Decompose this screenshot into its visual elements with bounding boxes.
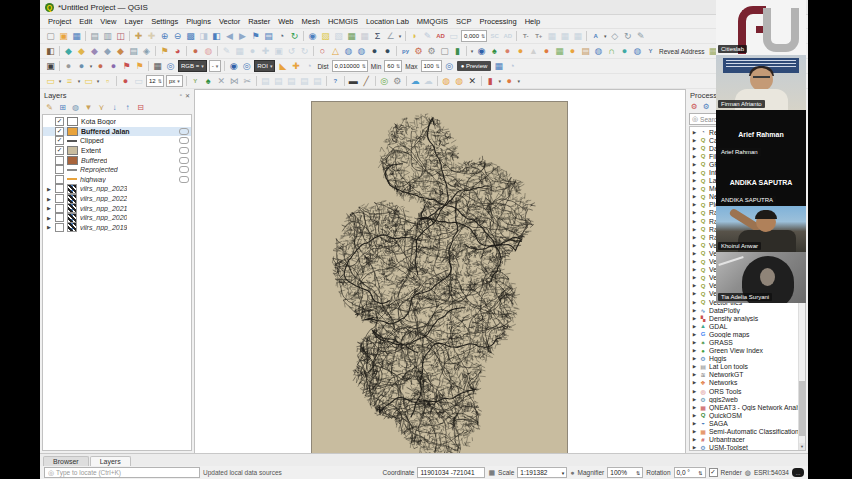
filter-legend-icon[interactable]: ▼ xyxy=(83,102,94,113)
pin-orange-icon[interactable]: ⚑ xyxy=(133,60,146,72)
expand-arrow-icon[interactable]: ▶ xyxy=(692,202,697,207)
expand-arrow-icon[interactable]: ▶ xyxy=(692,389,697,394)
deselect-red-icon[interactable]: ◍ xyxy=(202,45,215,57)
label-yellow4-icon[interactable]: ▫ xyxy=(101,75,114,87)
layer-dim1-icon[interactable]: ▦ xyxy=(545,30,558,42)
processing-group-ors-tools[interactable]: ▶◎ORS Tools xyxy=(690,387,798,395)
layer-row-viirs_npp_2019[interactable]: ▶viirs_npp_2019 xyxy=(43,223,191,233)
tree-green-icon[interactable]: ♠ xyxy=(202,75,215,87)
video-tile-citieslab[interactable]: Citieslab xyxy=(716,0,806,55)
expand-arrow-icon[interactable]: ▶ xyxy=(692,356,697,361)
field-calculator-icon[interactable]: ▦ xyxy=(358,30,371,42)
map-tips-icon[interactable]: ◗ xyxy=(408,30,421,42)
tree-icon[interactable]: ♠ xyxy=(488,45,501,57)
close-icon[interactable]: ✕ xyxy=(185,92,190,99)
layer-row-highway[interactable]: highway xyxy=(43,175,191,185)
new-annotation-icon[interactable]: ✎ xyxy=(421,30,434,42)
zoom-out-icon[interactable]: ⊖ xyxy=(171,30,184,42)
scp-max-spin[interactable]: 100⇅ xyxy=(421,60,442,72)
label-yellow3-icon[interactable]: ▭ xyxy=(82,75,95,87)
expand-arrow-icon[interactable]: ▶ xyxy=(692,227,697,232)
manage-map-themes-icon[interactable]: ◍ xyxy=(70,102,81,113)
layer-checkbox[interactable] xyxy=(55,156,64,165)
video-tile-tia-adelia-suryani[interactable]: Tia Adelia Suryani xyxy=(716,252,806,303)
plugin-manager-icon[interactable]: ⚙ xyxy=(412,45,425,57)
zoom-next-icon[interactable]: ▶ xyxy=(236,30,249,42)
undo-icon[interactable]: ↺ xyxy=(285,45,298,57)
menu-item-edit[interactable]: Edit xyxy=(75,16,96,27)
dot-orange-icon[interactable]: ● xyxy=(566,45,579,57)
processing-group-google-maps[interactable]: ▶GGoogle maps xyxy=(690,330,798,338)
processing-group-saga[interactable]: ▶◒SAGA xyxy=(690,419,798,427)
select-red-icon[interactable]: ● xyxy=(189,45,202,57)
processing-group-qgis2web[interactable]: ▶⚙qgis2web xyxy=(690,395,798,403)
layer-row-kota-bogor[interactable]: ✓Kota Bogor xyxy=(43,117,191,127)
change-label-icon[interactable]: ✎ xyxy=(634,30,647,42)
processing-group-grass[interactable]: ▶✶GRASS xyxy=(690,338,798,346)
processing-options-icon[interactable]: ⚙ xyxy=(425,45,438,57)
layout-manager-icon[interactable]: ▥ xyxy=(101,30,114,42)
expand-arrow-icon[interactable]: ▶ xyxy=(692,186,697,191)
orange-dot-dropdown[interactable]: ▾ xyxy=(516,78,522,84)
new-shapefile-icon[interactable]: ◆ xyxy=(75,45,88,57)
clipboard2-icon[interactable]: ▤ xyxy=(272,75,285,87)
processing-group-dataplotly[interactable]: ▶∿DataPlotly xyxy=(690,306,798,314)
check-geometries-icon[interactable]: ○ xyxy=(316,45,329,57)
new-bookmark-icon[interactable]: ⚑ xyxy=(249,30,262,42)
scp-roi-plus-icon[interactable]: ✚ xyxy=(289,60,302,72)
globe-yellow1-icon[interactable]: ◍ xyxy=(440,75,453,87)
duck-icon[interactable]: ● xyxy=(514,45,527,57)
extent-box-icon[interactable]: ▢ xyxy=(438,45,451,57)
layer-row-extent[interactable]: ✓Extent xyxy=(43,146,191,156)
zoom-to-layer-icon[interactable]: ◧ xyxy=(210,30,223,42)
globe-dark-icon[interactable]: ● xyxy=(368,45,381,57)
layer-checkbox[interactable] xyxy=(55,175,64,184)
temporal-controller-icon[interactable]: ◔ xyxy=(275,30,288,42)
layer-dim2-icon[interactable]: ▦ xyxy=(558,30,571,42)
scale-combo[interactable]: 1:191382▾ xyxy=(517,467,567,478)
show-bookmarks-icon[interactable]: ▤ xyxy=(262,30,275,42)
layer-dim3-icon[interactable]: ▦ xyxy=(571,30,584,42)
extents-icon[interactable]: ▦ xyxy=(488,469,495,477)
processing-group-networkgt[interactable]: ▶≋NetworkGT xyxy=(690,371,798,379)
expand-arrow-icon[interactable]: ▶ xyxy=(692,429,697,434)
menu-item-layer[interactable]: Layer xyxy=(120,16,147,27)
pan-map-icon[interactable]: ✚ xyxy=(132,30,145,42)
x-tool-icon[interactable]: ✕ xyxy=(215,75,228,87)
new-project-icon[interactable]: ▢ xyxy=(44,30,57,42)
map-tan-icon[interactable]: ▤ xyxy=(579,45,592,57)
expand-arrow-icon[interactable]: ▶ xyxy=(46,215,52,221)
expand-arrow-icon[interactable]: ▶ xyxy=(46,186,52,192)
statistics-icon[interactable]: Σ xyxy=(371,30,384,42)
expand-arrow-icon[interactable]: ▶ xyxy=(692,130,697,135)
green-panel-icon[interactable]: ▮ xyxy=(451,45,464,57)
expand-arrow-icon[interactable]: ▶ xyxy=(692,380,697,385)
processing-group-gdal[interactable]: ▶▲GDAL xyxy=(690,322,798,330)
expand-arrow-icon[interactable]: ▶ xyxy=(692,364,697,369)
coordinate-field[interactable]: 11901034 -721041 xyxy=(417,467,485,478)
globe-dark2-icon[interactable]: ● xyxy=(381,45,394,57)
layer-checkbox[interactable]: ✓ xyxy=(55,127,64,136)
mesh-tool1-icon[interactable]: ● xyxy=(62,60,75,72)
label-sc-icon[interactable]: SC xyxy=(488,30,501,42)
person-orange-icon[interactable]: ● xyxy=(540,45,553,57)
scp-rgb-combo[interactable]: RGB =▾ xyxy=(178,60,207,72)
font-size-spin[interactable]: 12⇅ xyxy=(146,75,164,87)
globe-yellow2-icon[interactable]: ◍ xyxy=(453,75,466,87)
expand-arrow-icon[interactable]: ▶ xyxy=(692,445,697,450)
zoom-last-icon[interactable]: ◀ xyxy=(223,30,236,42)
menu-item-plugins[interactable]: Plugins xyxy=(182,16,215,27)
mesh-tool3-icon[interactable]: ● xyxy=(94,60,107,72)
lock-icon[interactable]: ● xyxy=(570,469,574,476)
add-group-icon[interactable]: ⊞ xyxy=(57,102,68,113)
dark-x-icon[interactable]: ✕ xyxy=(466,75,479,87)
red-block-icon[interactable]: ▮ xyxy=(484,75,497,87)
expand-arrow-icon[interactable]: ▶ xyxy=(692,291,697,296)
menu-item-help[interactable]: Help xyxy=(521,16,544,27)
scp-preview-zoom-icon[interactable]: ◎ xyxy=(443,60,456,72)
expand-arrow-icon[interactable]: ▶ xyxy=(692,162,697,167)
expand-arrow-icon[interactable]: ▶ xyxy=(692,348,697,353)
expand-arrow-icon[interactable]: ▶ xyxy=(46,196,52,202)
map-dark-icon[interactable]: ▣ xyxy=(44,60,57,72)
rotate-label-icon[interactable]: ↻ xyxy=(621,30,634,42)
